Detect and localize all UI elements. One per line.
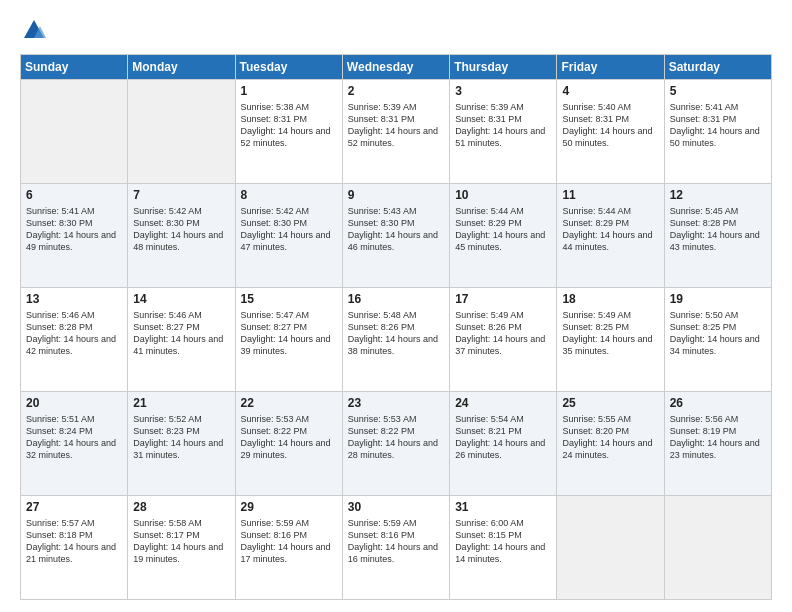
calendar-cell: 23Sunrise: 5:53 AMSunset: 8:22 PMDayligh… [342, 392, 449, 496]
day-number: 26 [670, 396, 766, 410]
cell-info: Sunrise: 5:39 AMSunset: 8:31 PMDaylight:… [455, 101, 551, 150]
day-number: 30 [348, 500, 444, 514]
calendar-cell [664, 496, 771, 600]
calendar-cell: 9Sunrise: 5:43 AMSunset: 8:30 PMDaylight… [342, 184, 449, 288]
day-number: 4 [562, 84, 658, 98]
cell-info: Sunrise: 5:39 AMSunset: 8:31 PMDaylight:… [348, 101, 444, 150]
day-number: 20 [26, 396, 122, 410]
day-number: 8 [241, 188, 337, 202]
day-number: 29 [241, 500, 337, 514]
cell-info: Sunrise: 5:46 AMSunset: 8:28 PMDaylight:… [26, 309, 122, 358]
weekday-header-friday: Friday [557, 55, 664, 80]
calendar-cell: 5Sunrise: 5:41 AMSunset: 8:31 PMDaylight… [664, 80, 771, 184]
cell-info: Sunrise: 5:55 AMSunset: 8:20 PMDaylight:… [562, 413, 658, 462]
cell-info: Sunrise: 5:57 AMSunset: 8:18 PMDaylight:… [26, 517, 122, 566]
cell-info: Sunrise: 5:43 AMSunset: 8:30 PMDaylight:… [348, 205, 444, 254]
day-number: 1 [241, 84, 337, 98]
cell-info: Sunrise: 5:40 AMSunset: 8:31 PMDaylight:… [562, 101, 658, 150]
day-number: 10 [455, 188, 551, 202]
cell-info: Sunrise: 5:59 AMSunset: 8:16 PMDaylight:… [348, 517, 444, 566]
calendar-cell: 29Sunrise: 5:59 AMSunset: 8:16 PMDayligh… [235, 496, 342, 600]
calendar-cell [557, 496, 664, 600]
day-number: 9 [348, 188, 444, 202]
cell-info: Sunrise: 5:47 AMSunset: 8:27 PMDaylight:… [241, 309, 337, 358]
calendar-cell: 13Sunrise: 5:46 AMSunset: 8:28 PMDayligh… [21, 288, 128, 392]
logo-icon [20, 16, 48, 44]
cell-info: Sunrise: 5:44 AMSunset: 8:29 PMDaylight:… [562, 205, 658, 254]
day-number: 19 [670, 292, 766, 306]
calendar-cell: 4Sunrise: 5:40 AMSunset: 8:31 PMDaylight… [557, 80, 664, 184]
cell-info: Sunrise: 5:54 AMSunset: 8:21 PMDaylight:… [455, 413, 551, 462]
week-row-3: 13Sunrise: 5:46 AMSunset: 8:28 PMDayligh… [21, 288, 772, 392]
day-number: 2 [348, 84, 444, 98]
weekday-header-wednesday: Wednesday [342, 55, 449, 80]
weekday-header-thursday: Thursday [450, 55, 557, 80]
day-number: 24 [455, 396, 551, 410]
weekday-header-monday: Monday [128, 55, 235, 80]
day-number: 25 [562, 396, 658, 410]
calendar-cell: 3Sunrise: 5:39 AMSunset: 8:31 PMDaylight… [450, 80, 557, 184]
day-number: 14 [133, 292, 229, 306]
calendar-cell: 17Sunrise: 5:49 AMSunset: 8:26 PMDayligh… [450, 288, 557, 392]
cell-info: Sunrise: 5:49 AMSunset: 8:25 PMDaylight:… [562, 309, 658, 358]
calendar-cell: 18Sunrise: 5:49 AMSunset: 8:25 PMDayligh… [557, 288, 664, 392]
cell-info: Sunrise: 5:53 AMSunset: 8:22 PMDaylight:… [241, 413, 337, 462]
cell-info: Sunrise: 5:38 AMSunset: 8:31 PMDaylight:… [241, 101, 337, 150]
cell-info: Sunrise: 5:46 AMSunset: 8:27 PMDaylight:… [133, 309, 229, 358]
cell-info: Sunrise: 5:51 AMSunset: 8:24 PMDaylight:… [26, 413, 122, 462]
cell-info: Sunrise: 5:42 AMSunset: 8:30 PMDaylight:… [241, 205, 337, 254]
day-number: 16 [348, 292, 444, 306]
cell-info: Sunrise: 5:52 AMSunset: 8:23 PMDaylight:… [133, 413, 229, 462]
calendar-cell: 22Sunrise: 5:53 AMSunset: 8:22 PMDayligh… [235, 392, 342, 496]
weekday-header-sunday: Sunday [21, 55, 128, 80]
cell-info: Sunrise: 5:58 AMSunset: 8:17 PMDaylight:… [133, 517, 229, 566]
calendar-cell: 8Sunrise: 5:42 AMSunset: 8:30 PMDaylight… [235, 184, 342, 288]
weekday-header-saturday: Saturday [664, 55, 771, 80]
calendar-cell: 27Sunrise: 5:57 AMSunset: 8:18 PMDayligh… [21, 496, 128, 600]
calendar-cell: 2Sunrise: 5:39 AMSunset: 8:31 PMDaylight… [342, 80, 449, 184]
calendar-cell: 26Sunrise: 5:56 AMSunset: 8:19 PMDayligh… [664, 392, 771, 496]
calendar-cell: 25Sunrise: 5:55 AMSunset: 8:20 PMDayligh… [557, 392, 664, 496]
calendar-cell: 15Sunrise: 5:47 AMSunset: 8:27 PMDayligh… [235, 288, 342, 392]
calendar-cell [21, 80, 128, 184]
cell-info: Sunrise: 5:59 AMSunset: 8:16 PMDaylight:… [241, 517, 337, 566]
day-number: 13 [26, 292, 122, 306]
calendar-cell: 19Sunrise: 5:50 AMSunset: 8:25 PMDayligh… [664, 288, 771, 392]
week-row-5: 27Sunrise: 5:57 AMSunset: 8:18 PMDayligh… [21, 496, 772, 600]
week-row-2: 6Sunrise: 5:41 AMSunset: 8:30 PMDaylight… [21, 184, 772, 288]
weekday-header-row: SundayMondayTuesdayWednesdayThursdayFrid… [21, 55, 772, 80]
calendar-cell [128, 80, 235, 184]
calendar-cell: 14Sunrise: 5:46 AMSunset: 8:27 PMDayligh… [128, 288, 235, 392]
calendar-cell: 24Sunrise: 5:54 AMSunset: 8:21 PMDayligh… [450, 392, 557, 496]
calendar-table: SundayMondayTuesdayWednesdayThursdayFrid… [20, 54, 772, 600]
calendar-cell: 31Sunrise: 6:00 AMSunset: 8:15 PMDayligh… [450, 496, 557, 600]
day-number: 21 [133, 396, 229, 410]
day-number: 5 [670, 84, 766, 98]
calendar-cell: 30Sunrise: 5:59 AMSunset: 8:16 PMDayligh… [342, 496, 449, 600]
calendar-cell: 7Sunrise: 5:42 AMSunset: 8:30 PMDaylight… [128, 184, 235, 288]
calendar-cell: 6Sunrise: 5:41 AMSunset: 8:30 PMDaylight… [21, 184, 128, 288]
cell-info: Sunrise: 5:44 AMSunset: 8:29 PMDaylight:… [455, 205, 551, 254]
cell-info: Sunrise: 5:41 AMSunset: 8:30 PMDaylight:… [26, 205, 122, 254]
day-number: 3 [455, 84, 551, 98]
day-number: 31 [455, 500, 551, 514]
cell-info: Sunrise: 5:53 AMSunset: 8:22 PMDaylight:… [348, 413, 444, 462]
day-number: 15 [241, 292, 337, 306]
calendar-cell: 1Sunrise: 5:38 AMSunset: 8:31 PMDaylight… [235, 80, 342, 184]
calendar-cell: 21Sunrise: 5:52 AMSunset: 8:23 PMDayligh… [128, 392, 235, 496]
calendar-cell: 11Sunrise: 5:44 AMSunset: 8:29 PMDayligh… [557, 184, 664, 288]
week-row-1: 1Sunrise: 5:38 AMSunset: 8:31 PMDaylight… [21, 80, 772, 184]
cell-info: Sunrise: 5:49 AMSunset: 8:26 PMDaylight:… [455, 309, 551, 358]
day-number: 17 [455, 292, 551, 306]
cell-info: Sunrise: 5:41 AMSunset: 8:31 PMDaylight:… [670, 101, 766, 150]
cell-info: Sunrise: 5:48 AMSunset: 8:26 PMDaylight:… [348, 309, 444, 358]
day-number: 28 [133, 500, 229, 514]
week-row-4: 20Sunrise: 5:51 AMSunset: 8:24 PMDayligh… [21, 392, 772, 496]
day-number: 6 [26, 188, 122, 202]
day-number: 11 [562, 188, 658, 202]
day-number: 23 [348, 396, 444, 410]
day-number: 22 [241, 396, 337, 410]
cell-info: Sunrise: 5:56 AMSunset: 8:19 PMDaylight:… [670, 413, 766, 462]
day-number: 12 [670, 188, 766, 202]
cell-info: Sunrise: 6:00 AMSunset: 8:15 PMDaylight:… [455, 517, 551, 566]
